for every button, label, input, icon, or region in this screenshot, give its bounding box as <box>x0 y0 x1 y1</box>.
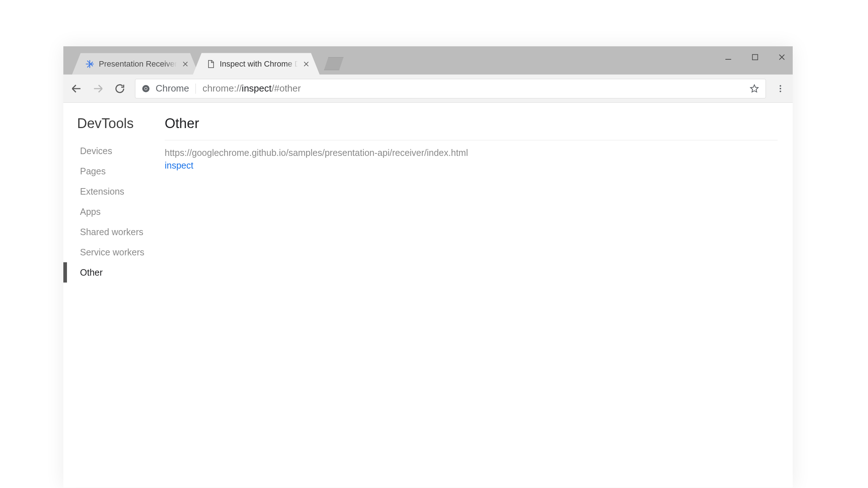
address-bar[interactable]: Chrome chrome://inspect/#other <box>135 79 766 98</box>
tab-inspect[interactable]: Inspect with Chrome Dev <box>193 53 320 75</box>
sidebar-item-label: Devices <box>80 146 112 156</box>
svg-point-5 <box>780 88 781 89</box>
main-panel: Other https://googlechrome.github.io/sam… <box>165 103 793 488</box>
page-content: DevTools Devices Pages Extensions Apps S… <box>63 103 793 488</box>
snowflake-icon <box>85 59 94 69</box>
browser-menu-button[interactable] <box>772 80 789 97</box>
close-icon[interactable] <box>302 60 310 68</box>
target-url: https://googlechrome.github.io/samples/p… <box>165 148 778 158</box>
sidebar-item-pages[interactable]: Pages <box>63 161 165 181</box>
close-icon[interactable] <box>181 60 189 68</box>
omnibox-divider <box>195 84 196 94</box>
url-prefix: chrome:// <box>202 83 241 94</box>
tab-strip: Presentation Receiver API Inspect with C… <box>63 46 793 75</box>
sidebar-item-label: Extensions <box>80 186 124 197</box>
bookmark-star-icon[interactable] <box>749 83 760 94</box>
svg-point-6 <box>780 90 781 92</box>
sidebar-item-shared-workers[interactable]: Shared workers <box>63 222 165 242</box>
svg-point-4 <box>780 85 781 86</box>
close-window-button[interactable] <box>775 51 788 64</box>
reload-button[interactable] <box>110 79 129 98</box>
sidebar-item-label: Service workers <box>80 247 144 258</box>
window-controls <box>722 46 788 68</box>
svg-rect-0 <box>753 55 758 60</box>
sidebar-item-label: Pages <box>80 166 106 177</box>
svg-point-3 <box>145 88 147 90</box>
sidebar-item-extensions[interactable]: Extensions <box>63 181 165 201</box>
sidebar-title: DevTools <box>63 116 165 141</box>
back-button[interactable] <box>67 79 86 98</box>
url-text: chrome://inspect/#other <box>202 83 301 94</box>
tab-presentation-receiver[interactable]: Presentation Receiver API <box>72 53 199 75</box>
sidebar-item-label: Apps <box>80 207 101 217</box>
url-scheme-label: Chrome <box>156 83 189 94</box>
inspect-link[interactable]: inspect <box>165 160 778 171</box>
url-host: inspect <box>242 83 271 94</box>
maximize-button[interactable] <box>749 51 762 64</box>
sidebar-item-other[interactable]: Other <box>63 262 165 283</box>
tab-title: Presentation Receiver API <box>99 59 177 69</box>
browser-window: Presentation Receiver API Inspect with C… <box>63 46 793 488</box>
sidebar-item-label: Other <box>80 267 103 278</box>
tab-title: Inspect with Chrome Dev <box>220 59 298 69</box>
sidebar-item-devices[interactable]: Devices <box>63 141 165 161</box>
sidebar-item-apps[interactable]: Apps <box>63 201 165 222</box>
new-tab-button[interactable] <box>324 57 344 70</box>
forward-button[interactable] <box>89 79 108 98</box>
sidebar-item-service-workers[interactable]: Service workers <box>63 242 165 262</box>
sidebar: DevTools Devices Pages Extensions Apps S… <box>63 103 165 488</box>
url-path: /#other <box>271 83 301 94</box>
chrome-logo-icon <box>141 84 151 93</box>
sidebar-item-label: Shared workers <box>80 227 143 237</box>
browser-toolbar: Chrome chrome://inspect/#other <box>63 75 793 103</box>
page-title: Other <box>165 116 778 140</box>
file-icon <box>206 59 215 69</box>
minimize-button[interactable] <box>722 51 735 64</box>
